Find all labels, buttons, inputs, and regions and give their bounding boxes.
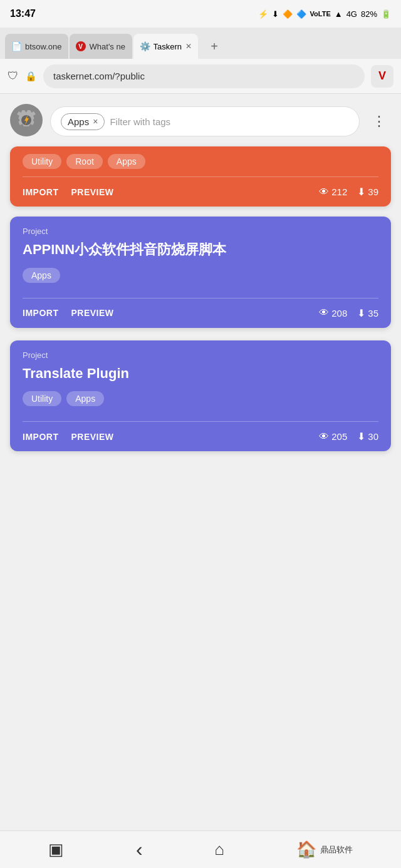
cards-container: Project APPINN小众软件抖音防烧屏脚本 Apps IMPORT PR… bbox=[0, 212, 401, 461]
partial-card-stats: 👁 212 ⬇ 39 bbox=[319, 186, 378, 198]
eye-icon-translate: 👁 bbox=[319, 431, 329, 442]
partial-download-count: 39 bbox=[368, 186, 378, 197]
tab-label-whats: What's ne bbox=[90, 42, 126, 51]
partial-card-tags: Utility Root Apps bbox=[10, 146, 391, 176]
card-translate-view-count: 205 bbox=[331, 431, 347, 442]
url-input[interactable] bbox=[43, 64, 365, 88]
status-time: 13:47 bbox=[10, 8, 36, 19]
tab-label-taskernet: Taskern bbox=[154, 42, 182, 51]
new-tab-button[interactable]: + bbox=[202, 34, 227, 59]
partial-tag-utility[interactable]: Utility bbox=[23, 154, 61, 169]
card-translate-title: Translate Plugin bbox=[23, 365, 378, 383]
card-appinn-footer: IMPORT PREVIEW 👁 208 ⬇ 35 bbox=[10, 299, 391, 328]
status-bar: 13:47 ⚡ ⬇ 🔶 🔷 VoLTE ▲ 4G 82% 🔋 bbox=[0, 0, 401, 28]
back-button[interactable]: ‹ bbox=[126, 833, 153, 866]
eye-icon: 👁 bbox=[319, 186, 329, 198]
brand-logo-icon: 🏠 bbox=[296, 840, 316, 859]
card-translate-tag-apps[interactable]: Apps bbox=[66, 391, 104, 406]
filter-bar: Apps × Filter with tags ⋮ bbox=[0, 94, 401, 146]
card-translate-footer: IMPORT PREVIEW 👁 205 ⬇ 30 bbox=[10, 422, 391, 451]
tab-close-button[interactable]: ✕ bbox=[185, 42, 192, 51]
download-stat-icon: ⬇ bbox=[357, 186, 365, 198]
app-content: Apps × Filter with tags ⋮ Utility Root A… bbox=[0, 94, 401, 830]
card-translate-downloads: ⬇ 30 bbox=[357, 431, 378, 442]
card-translate-type: Project bbox=[23, 350, 378, 360]
fire-icon: 🔶 bbox=[283, 9, 293, 19]
card-translate-body: Project Translate Plugin Utility Apps bbox=[10, 340, 391, 422]
card-appinn-view-count: 208 bbox=[331, 308, 347, 319]
app-logo bbox=[10, 104, 43, 139]
card-appinn-tag-apps[interactable]: Apps bbox=[23, 268, 60, 283]
home-button[interactable]: ⌂ bbox=[204, 835, 234, 864]
card-translate-stats: 👁 205 ⬇ 30 bbox=[319, 431, 378, 442]
partial-preview-button[interactable]: PREVIEW bbox=[71, 187, 113, 197]
partial-footer: IMPORT PREVIEW 👁 212 ⬇ 39 bbox=[10, 177, 391, 207]
partial-card: Utility Root Apps IMPORT PREVIEW 👁 212 ⬇… bbox=[10, 146, 391, 207]
eye-icon-appinn: 👁 bbox=[319, 307, 329, 319]
card-appinn-import-button[interactable]: IMPORT bbox=[23, 308, 58, 318]
tab-favicon-btsow: 📄 bbox=[11, 41, 21, 51]
tab-favicon-tasker: ⚙️ bbox=[140, 41, 150, 51]
vivaldi-button[interactable]: V bbox=[371, 65, 393, 88]
browser-tabs: 📄 btsow.one V What's ne ⚙️ Taskern ✕ + bbox=[0, 28, 401, 59]
brand-section: 🏠 鼎品软件 bbox=[286, 835, 363, 864]
card-appinn: Project APPINN小众软件抖音防烧屏脚本 Apps IMPORT PR… bbox=[10, 217, 391, 328]
brand-name: 鼎品软件 bbox=[320, 844, 353, 855]
card-appinn-download-count: 35 bbox=[368, 308, 378, 319]
card-translate-import-button[interactable]: IMPORT bbox=[23, 432, 58, 442]
card-appinn-preview-button[interactable]: PREVIEW bbox=[71, 308, 113, 318]
partial-views-stat: 👁 212 bbox=[319, 186, 347, 198]
apps-filter-tag[interactable]: Apps × bbox=[61, 113, 105, 130]
partial-tag-apps[interactable]: Apps bbox=[108, 154, 145, 169]
remove-tag-button[interactable]: × bbox=[93, 116, 98, 126]
status-icons: ⚡ ⬇ 🔶 🔷 VoLTE ▲ 4G 82% 🔋 bbox=[258, 9, 391, 19]
tab-label-btsow: btsow.one bbox=[25, 42, 62, 51]
nav-bar: ▣ ‹ ⌂ 🏠 鼎品软件 bbox=[0, 830, 401, 868]
tab-btsow[interactable]: 📄 btsow.one bbox=[5, 34, 68, 59]
tabs-icon: ▣ bbox=[48, 840, 64, 859]
vivaldi-icon-label: V bbox=[378, 69, 386, 83]
battery-icon: 🔋 bbox=[381, 9, 391, 19]
card-appinn-tags: Apps bbox=[23, 268, 378, 283]
card-translate-tag-utility[interactable]: Utility bbox=[23, 391, 61, 406]
card-translate: Project Translate Plugin Utility Apps IM… bbox=[10, 340, 391, 452]
address-bar: 🛡 🔒 V bbox=[0, 59, 401, 94]
filter-input-container[interactable]: Apps × Filter with tags bbox=[50, 106, 360, 136]
download-icon-translate: ⬇ bbox=[357, 431, 365, 442]
filter-placeholder: Filter with tags bbox=[110, 116, 349, 127]
sync-icon: 🔷 bbox=[296, 9, 306, 19]
card-translate-preview-button[interactable]: PREVIEW bbox=[71, 432, 113, 442]
card-appinn-stats: 👁 208 ⬇ 35 bbox=[319, 307, 378, 319]
signal-icon: 4G bbox=[346, 9, 357, 19]
wifi-icon: ▲ bbox=[335, 9, 343, 19]
partial-downloads-stat: ⬇ 39 bbox=[357, 186, 378, 198]
home-icon: ⌂ bbox=[214, 840, 224, 859]
tabs-button[interactable]: ▣ bbox=[38, 835, 74, 864]
card-translate-download-count: 30 bbox=[368, 431, 378, 442]
partial-view-count: 212 bbox=[331, 186, 347, 197]
card-appinn-views: 👁 208 bbox=[319, 307, 347, 319]
tab-favicon-vivaldi: V bbox=[76, 41, 86, 51]
card-translate-tags: Utility Apps bbox=[23, 391, 378, 406]
partial-tag-root[interactable]: Root bbox=[66, 154, 103, 169]
card-translate-views: 👁 205 bbox=[319, 431, 347, 442]
tab-whats-new[interactable]: V What's ne bbox=[70, 34, 132, 59]
card-appinn-type: Project bbox=[23, 227, 378, 236]
battery-percent: 82% bbox=[361, 9, 377, 19]
card-appinn-body: Project APPINN小众软件抖音防烧屏脚本 Apps bbox=[10, 217, 391, 298]
apps-tag-label: Apps bbox=[68, 116, 89, 127]
card-appinn-downloads: ⬇ 35 bbox=[357, 307, 378, 319]
tab-taskernet[interactable]: ⚙️ Taskern ✕ bbox=[133, 34, 199, 59]
more-menu-button[interactable]: ⋮ bbox=[367, 108, 391, 135]
shield-icon: 🛡 bbox=[8, 69, 19, 83]
volte-icon: VoLTE bbox=[310, 10, 331, 18]
partial-import-button[interactable]: IMPORT bbox=[23, 187, 58, 197]
download-icon: ⬇ bbox=[272, 9, 279, 19]
back-icon: ‹ bbox=[136, 838, 143, 861]
lock-icon: 🔒 bbox=[25, 71, 37, 82]
download-icon-appinn: ⬇ bbox=[357, 307, 365, 319]
card-appinn-title: APPINN小众软件抖音防烧屏脚本 bbox=[23, 241, 378, 259]
bolt-icon: ⚡ bbox=[258, 9, 268, 19]
